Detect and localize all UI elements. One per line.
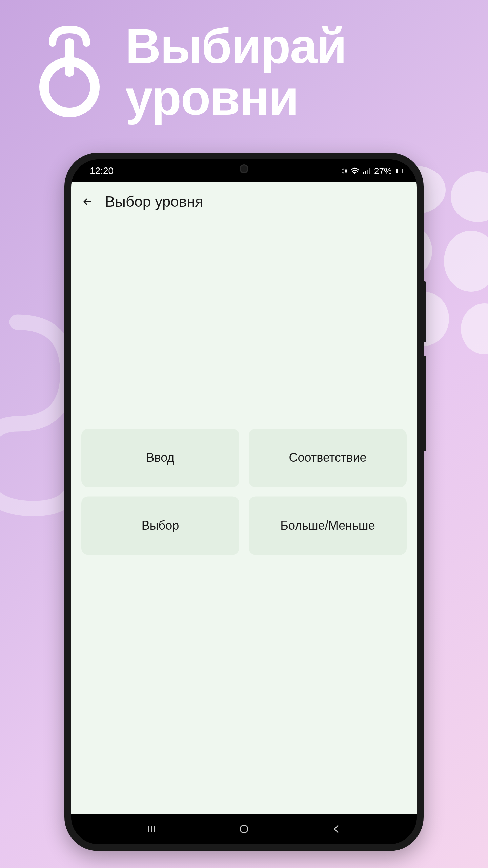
svg-rect-11	[369, 168, 370, 174]
promo-title: Выбирай уровни	[125, 20, 346, 124]
recents-icon	[146, 824, 157, 834]
phone-notch	[197, 159, 291, 178]
svg-point-3	[444, 231, 488, 292]
wifi-icon	[350, 167, 359, 175]
home-icon	[239, 824, 249, 834]
signal-icon	[362, 167, 371, 175]
phone-camera	[240, 164, 248, 173]
status-icons	[340, 167, 371, 175]
status-time: 12:20	[85, 165, 114, 176]
svg-rect-17	[154, 826, 155, 832]
mute-icon	[340, 167, 348, 175]
svg-rect-10	[367, 170, 368, 174]
level-card-choice[interactable]: Выбор	[81, 496, 239, 555]
svg-point-1	[451, 171, 488, 222]
phone-mockup: 12:20 27%	[64, 153, 424, 851]
android-nav-bar	[71, 814, 417, 844]
svg-point-7	[354, 173, 355, 174]
svg-rect-9	[365, 171, 366, 174]
level-card-compare[interactable]: Больше/Меньше	[249, 496, 407, 555]
app-header: Выбор уровня	[71, 182, 417, 221]
nav-home-button[interactable]	[236, 821, 252, 837]
tap-gesture-icon	[34, 24, 108, 119]
nav-back-icon	[331, 824, 342, 834]
app-screen: Выбор уровня Ввод Соответствие Выбор Бол…	[71, 182, 417, 814]
svg-rect-18	[241, 826, 247, 832]
svg-rect-15	[148, 826, 149, 832]
svg-point-5	[461, 303, 488, 354]
nav-recents-button[interactable]	[143, 821, 160, 837]
back-button[interactable]	[81, 195, 94, 209]
nav-back-button[interactable]	[328, 821, 345, 837]
svg-rect-8	[363, 172, 364, 174]
arrow-left-icon	[81, 196, 94, 208]
screen-title: Выбор уровня	[105, 193, 203, 210]
level-card-input[interactable]: Ввод	[81, 429, 239, 487]
battery-icon	[395, 169, 403, 173]
phone-power-button	[423, 356, 426, 451]
svg-rect-13	[396, 169, 398, 173]
promo-header: Выбирай уровни	[0, 0, 488, 134]
battery-percentage: 27%	[374, 166, 392, 176]
level-grid: Ввод Соответствие Выбор Больше/Меньше	[81, 429, 407, 555]
phone-volume-button	[423, 281, 426, 342]
level-card-match[interactable]: Соответствие	[249, 429, 407, 487]
svg-rect-14	[403, 170, 403, 172]
svg-rect-16	[151, 826, 152, 832]
